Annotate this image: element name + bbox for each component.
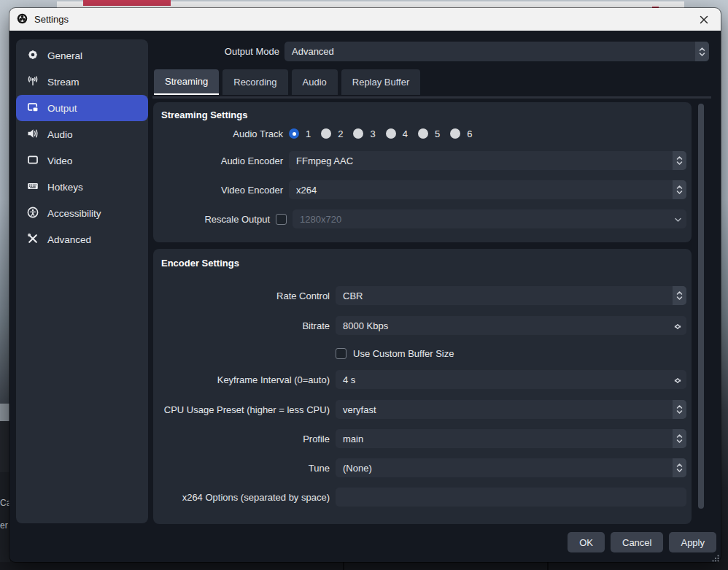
output-mode-label: Output Mode	[155, 46, 279, 57]
tab-streaming[interactable]: Streaming	[154, 69, 219, 95]
section-title: Streaming Settings	[161, 109, 247, 120]
rate-control-label: Rate Control	[153, 290, 330, 301]
video-encoder-label: Video Encoder	[153, 185, 283, 196]
radio-track-6[interactable]	[450, 128, 460, 139]
radio-label: 2	[338, 128, 343, 139]
bitrate-spinbox[interactable]: 8000 Kbps	[336, 316, 686, 335]
rate-control-row: Rate Control CBR	[153, 286, 686, 305]
chevron-updown-icon[interactable]	[673, 180, 686, 199]
custom-buffer-checkbox[interactable]	[336, 348, 346, 359]
keyframe-interval-spinbox[interactable]: 4 s	[336, 370, 686, 389]
sidebar-item-label: Advanced	[47, 234, 91, 245]
gear-icon	[27, 49, 39, 63]
tab-audio[interactable]: Audio	[292, 69, 338, 95]
sidebar-item-hotkeys[interactable]: Hotkeys	[16, 174, 148, 200]
close-icon[interactable]	[694, 11, 713, 28]
vertical-scrollbar[interactable]	[698, 104, 704, 509]
tab-recording[interactable]: Recording	[222, 69, 287, 95]
radio-label: 6	[467, 128, 472, 139]
cancel-button[interactable]: Cancel	[611, 532, 663, 552]
radio-track-4[interactable]	[386, 128, 396, 139]
background-left-block	[0, 421, 10, 472]
output-tabs: Streaming Recording Audio Replay Buffer	[154, 69, 420, 95]
sidebar-item-label: Accessibility	[47, 208, 101, 219]
rescale-resolution-value: 1280x720	[293, 214, 341, 225]
chevron-updown-icon[interactable]	[673, 458, 686, 477]
audio-track-label: Audio Track	[153, 128, 283, 139]
sidebar-item-label: Video	[47, 155, 72, 166]
rate-control-select[interactable]: CBR	[336, 286, 686, 305]
tune-select[interactable]: (None)	[336, 458, 686, 477]
sidebar-item-output[interactable]: Output	[16, 95, 148, 121]
keyboard-icon	[27, 180, 39, 194]
audio-track-row: Audio Track 1 2 3 4 5 6	[153, 124, 686, 143]
bitrate-label: Bitrate	[153, 320, 330, 331]
ok-button[interactable]: OK	[568, 532, 605, 552]
obs-logo-icon	[17, 13, 28, 26]
tools-icon	[27, 233, 39, 247]
settings-sidebar: General Stream Output	[16, 39, 148, 523]
sidebar-item-general[interactable]: General	[16, 42, 148, 69]
profile-value: main	[336, 434, 363, 444]
display-share-icon	[27, 101, 39, 115]
sidebar-item-advanced[interactable]: Advanced	[16, 226, 148, 253]
sidebar-item-audio[interactable]: Audio	[16, 121, 148, 147]
audio-encoder-row: Audio Encoder FFmpeg AAC	[153, 151, 686, 170]
video-encoder-value: x264	[289, 185, 317, 196]
custom-buffer-label: Use Custom Buffer Size	[353, 348, 454, 359]
window-title: Settings	[34, 14, 69, 25]
audio-encoder-select[interactable]: FFmpeg AAC	[289, 151, 686, 170]
profile-label: Profile	[153, 434, 330, 444]
x264-options-input[interactable]	[336, 488, 686, 507]
profile-select[interactable]: main	[336, 429, 686, 448]
spin-down-icon[interactable]	[674, 374, 681, 387]
resize-grip[interactable]	[712, 552, 719, 565]
encoder-settings-panel: Encoder Settings Rate Control CBR Bitrat…	[153, 249, 692, 524]
background-seam	[343, 562, 344, 570]
bitrate-row: Bitrate 8000 Kbps	[153, 316, 686, 335]
sidebar-item-video[interactable]: Video	[16, 147, 148, 174]
video-encoder-select[interactable]: x264	[289, 180, 686, 199]
output-mode-select[interactable]: Advanced	[284, 42, 709, 61]
tab-replay-buffer[interactable]: Replay Buffer	[341, 69, 421, 95]
background-bottom-strip	[0, 562, 728, 570]
dialog-footer: OK Cancel Apply	[568, 532, 716, 552]
rescale-resolution-select[interactable]: 1280x720	[293, 209, 686, 228]
cpu-preset-value: veryfast	[336, 404, 376, 415]
bitrate-value: 8000 Kbps	[336, 320, 388, 331]
broadcast-icon	[27, 75, 39, 89]
sidebar-item-label: Hotkeys	[47, 182, 83, 193]
sidebar-item-accessibility[interactable]: Accessibility	[16, 200, 148, 226]
radio-track-2[interactable]	[321, 128, 331, 139]
chevron-down-icon	[674, 212, 682, 226]
radio-track-1[interactable]	[289, 128, 299, 139]
radio-track-3[interactable]	[353, 128, 363, 139]
background-text-fragment: er	[0, 520, 8, 531]
custom-buffer-row: Use Custom Buffer Size	[153, 347, 686, 359]
titlebar[interactable]: Settings	[9, 8, 721, 31]
radio-label: 5	[435, 128, 440, 139]
radio-label: 1	[306, 128, 311, 139]
apply-button[interactable]: Apply	[669, 532, 716, 552]
radio-label: 4	[403, 128, 408, 139]
rate-control-value: CBR	[336, 290, 363, 301]
spin-down-icon[interactable]	[674, 320, 681, 333]
sidebar-item-stream[interactable]: Stream	[16, 69, 148, 95]
background-red-bar	[83, 0, 171, 6]
rescale-output-row: Rescale Output 1280x720	[153, 209, 686, 228]
x264-options-row: x264 Options (separated by space)	[153, 488, 686, 507]
chevron-updown-icon[interactable]	[695, 42, 709, 61]
chevron-updown-icon[interactable]	[673, 400, 686, 419]
cpu-preset-select[interactable]: veryfast	[336, 400, 686, 419]
tune-row: Tune (None)	[153, 458, 686, 477]
audio-track-radios: 1 2 3 4 5 6	[289, 128, 476, 139]
tune-label: Tune	[153, 463, 330, 474]
radio-track-5[interactable]	[418, 128, 428, 139]
chevron-updown-icon[interactable]	[673, 151, 686, 170]
x264-options-label: x264 Options (separated by space)	[153, 492, 330, 503]
chevron-updown-icon[interactable]	[673, 429, 686, 448]
keyframe-interval-value: 4 s	[336, 374, 355, 385]
video-encoder-row: Video Encoder x264	[153, 180, 686, 199]
chevron-updown-icon[interactable]	[673, 286, 686, 305]
rescale-output-checkbox[interactable]	[276, 214, 287, 225]
